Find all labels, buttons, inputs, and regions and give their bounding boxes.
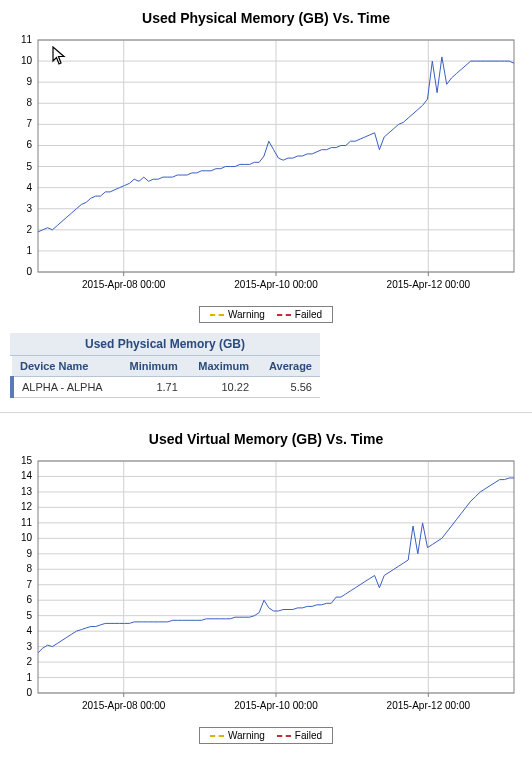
svg-text:3: 3 (26, 203, 32, 214)
cell-max: 10.22 (186, 377, 257, 398)
svg-text:6: 6 (26, 139, 32, 150)
svg-text:10: 10 (21, 55, 33, 66)
legend-item-warning: Warning (210, 309, 265, 320)
chart-title: Used Virtual Memory (GB) Vs. Time (0, 421, 532, 453)
svg-text:8: 8 (26, 97, 32, 108)
svg-text:1: 1 (26, 672, 32, 683)
col-avg: Average (257, 356, 320, 377)
svg-text:9: 9 (26, 548, 32, 559)
svg-text:6: 6 (26, 594, 32, 605)
stats-table: Device Name Minimum Maximum Average ALPH… (10, 356, 320, 398)
plot-area: 012345678910112015-Apr-08 00:002015-Apr-… (0, 32, 532, 302)
plot-svg: 012345678910112015-Apr-08 00:002015-Apr-… (0, 32, 532, 302)
svg-text:2015-Apr-10 00:00: 2015-Apr-10 00:00 (234, 700, 318, 711)
svg-text:8: 8 (26, 563, 32, 574)
chart-legend: Warning Failed (199, 727, 333, 744)
svg-text:2015-Apr-08 00:00: 2015-Apr-08 00:00 (82, 700, 166, 711)
plot-area: 01234567891011121314152015-Apr-08 00:002… (0, 453, 532, 723)
chart-title: Used Physical Memory (GB) Vs. Time (0, 0, 532, 32)
svg-text:4: 4 (26, 625, 32, 636)
svg-text:15: 15 (21, 455, 33, 466)
legend-item-warning: Warning (210, 730, 265, 741)
legend-item-failed: Failed (277, 730, 322, 741)
cell-device: ALPHA - ALPHA (12, 377, 117, 398)
table-header-row: Device Name Minimum Maximum Average (12, 356, 320, 377)
chart-legend: Warning Failed (199, 306, 333, 323)
svg-text:7: 7 (26, 118, 32, 129)
svg-text:11: 11 (21, 517, 33, 528)
svg-text:10: 10 (21, 532, 33, 543)
svg-text:2015-Apr-08 00:00: 2015-Apr-08 00:00 (82, 279, 166, 290)
legend-item-failed: Failed (277, 309, 322, 320)
col-max: Maximum (186, 356, 257, 377)
svg-text:2015-Apr-12 00:00: 2015-Apr-12 00:00 (387, 700, 471, 711)
svg-text:2015-Apr-10 00:00: 2015-Apr-10 00:00 (234, 279, 318, 290)
svg-text:1: 1 (26, 245, 32, 256)
chart-physical-memory: Used Physical Memory (GB) Vs. Time 01234… (0, 0, 532, 323)
svg-text:13: 13 (21, 486, 33, 497)
stats-table-block: Used Physical Memory (GB) Device Name Mi… (10, 333, 320, 398)
svg-text:5: 5 (26, 610, 32, 621)
svg-text:9: 9 (26, 76, 32, 87)
cell-min: 1.71 (117, 377, 186, 398)
svg-text:4: 4 (26, 182, 32, 193)
svg-text:5: 5 (26, 161, 32, 172)
svg-text:2: 2 (26, 656, 32, 667)
svg-text:14: 14 (21, 470, 33, 481)
svg-text:7: 7 (26, 579, 32, 590)
plot-svg: 01234567891011121314152015-Apr-08 00:002… (0, 453, 532, 723)
table-row: ALPHA - ALPHA 1.71 10.22 5.56 (12, 377, 320, 398)
cell-avg: 5.56 (257, 377, 320, 398)
svg-text:0: 0 (26, 266, 32, 277)
svg-text:12: 12 (21, 501, 33, 512)
svg-text:0: 0 (26, 687, 32, 698)
svg-text:11: 11 (21, 34, 33, 45)
svg-text:3: 3 (26, 641, 32, 652)
chart-virtual-memory: Used Virtual Memory (GB) Vs. Time 012345… (0, 421, 532, 744)
col-min: Minimum (117, 356, 186, 377)
svg-text:2015-Apr-12 00:00: 2015-Apr-12 00:00 (387, 279, 471, 290)
table-title: Used Physical Memory (GB) (10, 333, 320, 356)
svg-text:2: 2 (26, 224, 32, 235)
col-device: Device Name (12, 356, 117, 377)
separator (0, 412, 532, 413)
